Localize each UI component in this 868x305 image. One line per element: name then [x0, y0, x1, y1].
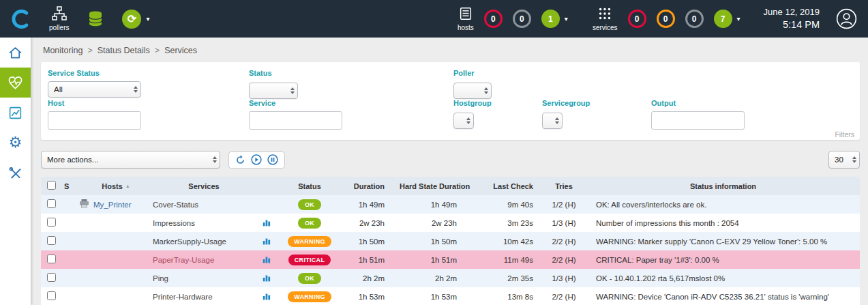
col-header-services[interactable]: Services	[153, 177, 255, 195]
hosts-up-counter[interactable]: 1	[541, 10, 560, 28]
hosts-unreachable-counter[interactable]: 0	[513, 10, 531, 28]
status-select[interactable]	[249, 83, 298, 99]
graph-icon[interactable]	[263, 238, 271, 246]
col-header-hosts[interactable]: Hosts▲	[79, 177, 153, 195]
row-checkbox[interactable]	[47, 236, 56, 245]
services-critical-counter[interactable]: 0	[628, 10, 646, 28]
duration-cell: 1h 50m	[341, 232, 400, 250]
database-status-icon[interactable]	[88, 10, 103, 27]
poller-select[interactable]	[453, 83, 492, 99]
sidebar-item-home[interactable]	[0, 38, 31, 68]
table-row: MarkerSupply-UsageWARNING1h 50m1h 50m10m…	[41, 232, 860, 250]
col-header-severity[interactable]: S	[61, 177, 79, 195]
centreon-logo[interactable]	[8, 7, 33, 31]
pause-button[interactable]	[267, 154, 278, 165]
breadcrumb-item[interactable]: Services	[164, 46, 197, 55]
row-checkbox[interactable]	[47, 291, 56, 300]
home-icon	[8, 46, 23, 60]
services-unknown-counter[interactable]: 0	[685, 10, 704, 28]
select-arrows-icon	[290, 87, 295, 94]
hostgroup-select[interactable]	[453, 113, 474, 129]
service-cell: PaperTray-Usage	[153, 250, 255, 269]
platform-status-menu[interactable]: ⟳ ▾	[122, 10, 149, 29]
hosts-label: hosts	[458, 25, 474, 31]
service-link[interactable]: Impressions	[153, 219, 195, 227]
service-link[interactable]: PaperTray-Usage	[153, 256, 214, 264]
sidebar-item-monitoring[interactable]	[0, 68, 31, 98]
row-checkbox[interactable]	[47, 218, 56, 227]
row-checkbox[interactable]	[47, 255, 56, 263]
output-label: Output	[651, 99, 745, 107]
status-info-cell: WARNING: Device 'Canon iR-ADV C5235 36.2…	[586, 287, 860, 305]
sidebar-item-configuration[interactable]: ⚙	[0, 128, 31, 158]
duration-cell: 1h 49m	[341, 195, 400, 214]
col-header-graph	[255, 177, 278, 195]
graph-icon[interactable]	[263, 220, 271, 228]
tries-cell: 1/2 (H)	[541, 195, 586, 214]
col-header-tries[interactable]: Tries	[541, 177, 586, 195]
services-chevron-down-icon[interactable]: ▾	[737, 15, 740, 23]
row-checkbox[interactable]	[47, 199, 56, 208]
duration-cell: 1h 51m	[341, 250, 400, 269]
graph-cell	[255, 250, 278, 269]
service-link[interactable]: Cover-Status	[153, 201, 198, 209]
select-arrows-icon	[134, 86, 138, 93]
host-input[interactable]	[48, 111, 141, 130]
graph-icon[interactable]	[263, 293, 271, 302]
play-button[interactable]	[251, 154, 262, 165]
service-link[interactable]: Printer-Hardware	[153, 293, 213, 301]
page-size-select[interactable]: 30	[828, 151, 860, 169]
host-link[interactable]: My_Printer	[93, 201, 132, 209]
host-cell	[79, 250, 153, 269]
host-label: Host	[48, 99, 141, 107]
status-badge: WARNING	[288, 291, 331, 302]
hard-state-duration-cell: 2h 2m	[400, 269, 476, 287]
last-check-cell: 3m 23s	[476, 214, 541, 232]
status-badge: OK	[298, 218, 321, 229]
breadcrumb-item[interactable]: Status Details	[98, 46, 150, 55]
output-input[interactable]	[651, 111, 745, 130]
user-avatar[interactable]	[836, 8, 857, 29]
graph-icon[interactable]	[263, 275, 271, 283]
more-actions-select[interactable]: More actions...	[41, 151, 220, 169]
sort-asc-icon: ▲	[125, 184, 130, 188]
hosts-chevron-down-icon[interactable]: ▾	[565, 15, 568, 23]
breadcrumb-separator: >	[155, 46, 160, 55]
sidebar-item-administration[interactable]	[0, 158, 31, 188]
col-header-duration[interactable]: Duration	[341, 177, 400, 195]
hosts-menu[interactable]: hosts	[458, 6, 474, 31]
graph-icon[interactable]	[263, 257, 271, 265]
services-warning-counter[interactable]: 0	[657, 10, 675, 28]
service-cell: Ping	[153, 269, 255, 287]
services-label: services	[593, 25, 618, 31]
service-link[interactable]: Ping	[153, 274, 168, 282]
service-input[interactable]	[249, 111, 342, 130]
hosts-down-counter[interactable]: 0	[484, 10, 503, 28]
last-check-cell: 11m 49s	[476, 250, 541, 269]
service-link[interactable]: MarkerSupply-Usage	[153, 237, 226, 246]
col-header-hard-state-duration[interactable]: Hard State Duration	[400, 177, 476, 195]
graph-cell	[255, 214, 278, 232]
sidebar-item-reporting[interactable]	[0, 98, 31, 128]
services-menu[interactable]: services	[593, 6, 618, 31]
breadcrumb-item[interactable]: Monitoring	[43, 46, 83, 55]
pollers-menu[interactable]: pollers	[49, 6, 69, 31]
services-ok-counter[interactable]: 7	[714, 10, 732, 28]
select-all-checkbox[interactable]	[47, 181, 56, 190]
tries-cell: 2/2 (H)	[541, 287, 586, 305]
service-status-select[interactable]: All	[48, 81, 141, 98]
col-header-last-check[interactable]: Last Check	[476, 177, 541, 195]
col-header-status[interactable]: Status	[278, 177, 341, 195]
table-row: My_PrinterCover-StatusOK1h 49m1h 49m9m 4…	[41, 195, 860, 214]
status-info-cell: WARNING: Marker supply 'Canon C-EXV 29 Y…	[586, 232, 860, 250]
servicegroup-select[interactable]	[542, 113, 563, 129]
status-cell: OK	[278, 214, 341, 232]
refresh-button[interactable]	[235, 155, 245, 165]
gear-icon: ⚙	[9, 135, 23, 150]
service-cell: Printer-Hardware	[153, 287, 255, 305]
status-badge: OK	[298, 273, 321, 284]
graph-cell	[255, 287, 278, 305]
row-checkbox[interactable]	[47, 273, 56, 282]
tries-cell: 2/2 (H)	[541, 232, 586, 250]
col-header-status-information[interactable]: Status information	[586, 177, 860, 195]
